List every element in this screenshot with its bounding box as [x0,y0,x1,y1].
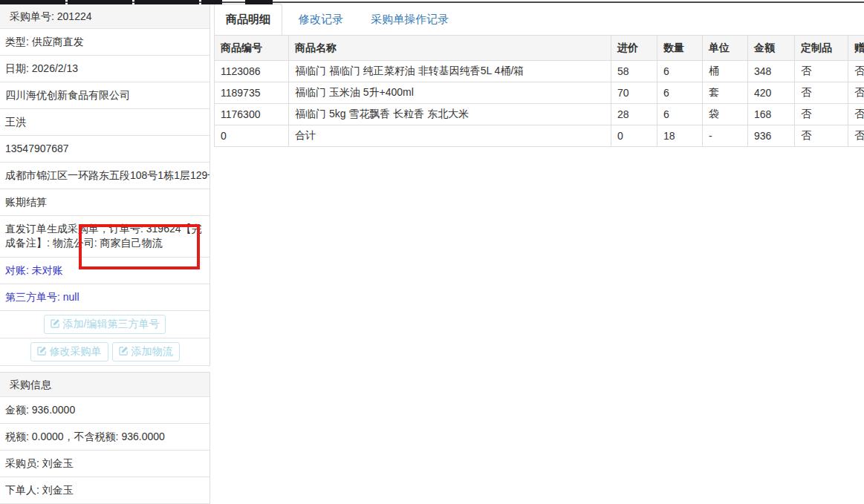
amount-row: 金额: 936.0000 [0,397,209,424]
reconcile-status-link[interactable]: 未对账 [32,264,63,276]
cell-custom-item: 否 [795,104,848,125]
top-strip-segment [68,0,132,4]
third-party-button-row: 添加/编辑第三方单号 [0,311,209,338]
button-label: 添加/编辑第三方单号 [63,318,160,331]
cell-quantity: 6 [657,61,703,82]
col-header-custom-item: 定制品 [795,36,848,61]
button-label: 添加物流 [131,345,173,359]
edit-icon [119,346,129,358]
cell-quantity: 6 [657,82,703,104]
cell-gift-item: 否 [848,61,864,82]
table-row: 1123086 福临门 福临门 纯正菜籽油 非转基因纯香5L 4桶/箱 58 6… [215,61,864,82]
cell-quantity: 18 [657,125,703,147]
cell-product-name: 福临门 福临门 纯正菜籽油 非转基因纯香5L 4桶/箱 [289,61,611,82]
cell-amount: 936 [748,125,795,147]
cell-product-name: 福临门 5kg 雪花飘香 长粒香 东北大米 [289,104,611,125]
main-content: 商品明细 修改记录 采购单操作记录 商品编号 商品名称 进价 数量 单位 金额 … [214,4,864,147]
tax-row: 税额: 0.0000，不含税额: 936.0000 [0,424,209,451]
cell-gift-item: 否 [848,104,864,125]
cell-custom-item: 否 [795,61,848,82]
contact-name-row: 王洪 [0,109,209,136]
product-detail-table: 商品编号 商品名称 进价 数量 单位 金额 定制品 赠品 1123086 福临门… [214,35,864,147]
cell-purchase-price: 58 [611,61,657,82]
purchase-info-header: 采购信息 [0,373,209,397]
contact-phone-row: 13547907687 [0,136,209,163]
settlement-type-row: 账期结算 [0,189,209,216]
cell-purchase-price: 0 [611,125,657,147]
modify-purchase-order-button[interactable]: 修改采购单 [30,342,108,361]
cell-total-label: 合计 [289,125,611,147]
section-gap [0,366,210,372]
col-header-product-code: 商品编号 [215,36,289,61]
cell-custom-item: 否 [795,125,848,147]
top-strip-segment [245,0,273,4]
table-row: 1176300 福临门 5kg 雪花飘香 长粒香 东北大米 28 6 袋 168… [215,104,864,125]
col-header-product-name: 商品名称 [289,36,611,61]
add-logistics-button[interactable]: 添加物流 [112,342,180,361]
table-row: 1189735 福临门 玉米油 5升+400ml 70 6 套 420 否 否 [215,82,864,104]
order-summary-section: 采购单号: 201224 类型: 供应商直发 日期: 2026/2/13 四川海… [0,4,210,366]
purchase-info-section: 采购信息 金额: 936.0000 税额: 0.0000，不含税额: 936.0… [0,372,210,504]
tab-po-operation-log[interactable]: 采购单操作记录 [360,4,460,35]
cell-custom-item: 否 [795,82,848,104]
col-header-unit: 单位 [703,36,748,61]
tab-bar: 商品明细 修改记录 采购单操作记录 [214,4,864,35]
add-edit-third-party-button[interactable]: 添加/编辑第三方单号 [44,315,166,334]
cell-amount: 348 [748,61,795,82]
edit-icon [37,346,47,358]
cell-product-code: 1123086 [215,61,289,82]
third-party-value-link[interactable]: null [63,291,79,303]
col-header-amount: 金额 [748,36,795,61]
col-header-gift-item: 赠品 [848,36,864,61]
cell-product-code: 1176300 [215,104,289,125]
cell-unit: 袋 [703,104,748,125]
order-detail-sidebar: 采购单号: 201224 类型: 供应商直发 日期: 2026/2/13 四川海… [0,4,210,504]
order-date-row: 日期: 2026/2/13 [0,56,209,82]
cell-amount: 420 [748,82,795,104]
cell-gift-item: 否 [848,125,864,147]
third-party-label: 第三方单号: [5,291,63,303]
buyer-row: 采购员: 刘金玉 [0,451,209,477]
cell-unit: - [703,125,748,147]
cell-quantity: 6 [657,104,703,125]
tab-product-detail[interactable]: 商品明细 [214,4,282,35]
cell-unit: 桶 [703,61,748,82]
button-label: 修改采购单 [50,345,102,359]
top-strip-segment [0,0,65,4]
table-total-row: 0 合计 0 18 - 936 否 否 [215,125,864,147]
cell-gift-item: 否 [848,82,864,104]
order-action-button-row: 修改采购单 添加物流 [0,338,209,366]
order-note-row: 直发订单生成采购单，订单号: 319624【完成备注】: 物流公司: 商家自己物… [0,216,209,258]
top-strip-segment [134,0,199,4]
orderer-row: 下单人: 刘金玉 [0,477,209,504]
tab-modification-log[interactable]: 修改记录 [288,4,354,35]
cell-product-code: 1189735 [215,82,289,104]
cell-amount: 168 [748,104,795,125]
supplier-name-row: 四川海优创新食品有限公司 [0,82,209,109]
reconcile-row: 对账: 未对账 [0,258,209,284]
top-strip-segment [201,0,222,4]
col-header-quantity: 数量 [657,36,703,61]
cell-product-name: 福临门 玉米油 5升+400ml [289,82,611,104]
cell-purchase-price: 70 [611,82,657,104]
cell-purchase-price: 28 [611,104,657,125]
edit-icon [51,318,60,330]
reconcile-label: 对账: [5,264,32,276]
order-type-row: 类型: 供应商直发 [0,29,209,56]
cell-unit: 套 [703,82,748,104]
cell-product-code: 0 [215,125,289,147]
table-header-row: 商品编号 商品名称 进价 数量 单位 金额 定制品 赠品 [215,36,864,61]
third-party-number-row: 第三方单号: null [0,284,209,311]
order-number-header: 采购单号: 201224 [0,4,209,29]
address-row: 成都市锦江区一环路东五段108号1栋1层129号 [0,163,209,189]
col-header-purchase-price: 进价 [611,36,657,61]
